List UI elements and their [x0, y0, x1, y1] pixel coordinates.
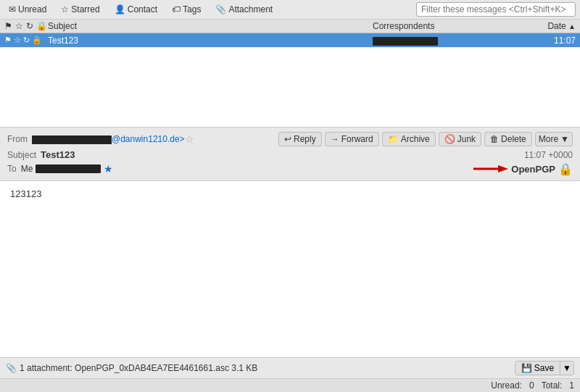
forward-icon: → [331, 134, 339, 144]
row-icons: ⚑ ☆ ↻ 🔒 [4, 36, 48, 45]
attachment-button[interactable]: 📎 Attachment [211, 3, 277, 16]
junk-icon: 🚫 [444, 134, 455, 144]
status-bar: Unread: 0 Total: 1 [0, 378, 580, 392]
pgp-status-icon: 🔒 [558, 162, 573, 176]
starred-label: Starred [71, 4, 99, 14]
unread-icon: ✉ [9, 4, 16, 14]
attachment-info: 1 attachment: OpenPGP_0xDAB4EA7EE4461661… [20, 363, 515, 373]
col-date-header[interactable]: Date ▲ [518, 21, 576, 31]
tags-icon: 🏷 [172, 4, 181, 14]
row-correspondents [373, 35, 518, 46]
starred-icon: ☆ [61, 4, 69, 14]
reply-button[interactable]: ↩ Reply [278, 132, 322, 146]
to-star-icon[interactable]: ★ [104, 163, 113, 175]
openpgp-label: OpenPGP [511, 164, 555, 175]
save-dropdown-button[interactable]: ▼ [560, 362, 573, 375]
to-name: Me [21, 164, 33, 174]
red-arrow-icon [472, 162, 508, 176]
contact-icon: 👤 [115, 4, 125, 14]
reply-icon: ↩ [284, 134, 291, 144]
save-button-group: 💾 Save ▼ [515, 361, 574, 375]
filter-input[interactable] [416, 2, 576, 17]
star-row-icon: ☆ [14, 36, 21, 45]
unread-button[interactable]: ✉ Unread [4, 3, 51, 16]
openpgp-area: OpenPGP 🔒 [472, 162, 573, 176]
message-list-header: ⚑ ☆ ↻ 🔒 Subject Correspondents Date ▲ [0, 20, 580, 33]
more-chevron-icon: ▼ [560, 134, 569, 144]
contact-button[interactable]: 👤 Contact [110, 3, 162, 16]
unread-status-label: Unread: [491, 380, 522, 391]
unread-count: 0 [529, 380, 534, 391]
to-label: To [7, 164, 17, 174]
unread-label: Unread [18, 4, 46, 14]
lock-row-icon: 🔒 [32, 36, 42, 45]
message-date: 11:07 +0000 [524, 150, 573, 160]
archive-button[interactable]: 📁 Archive [382, 132, 436, 146]
message-body: 123123 [0, 181, 580, 357]
subject-label: Subject [7, 150, 36, 160]
delete-button[interactable]: 🗑 Delete [484, 132, 532, 146]
total-status-label: Total: [542, 380, 563, 391]
message-header: From @danwin1210.de> ☆ ↩ Reply → Forward… [0, 128, 580, 181]
svg-marker-1 [498, 165, 508, 172]
junk-button[interactable]: 🚫 Junk [439, 132, 481, 146]
col-subject-header[interactable]: Subject [48, 21, 373, 31]
contact-label: Contact [128, 4, 157, 14]
col-icons-header: ⚑ ☆ ↻ 🔒 [4, 21, 48, 31]
from-domain-link[interactable]: @danwin1210.de> [112, 134, 185, 144]
message-list: ⚑ ☆ ↻ 🔒 Test123 11:07 [0, 33, 580, 128]
subject-text: Test123 [41, 149, 524, 160]
subject-row: Subject Test123 11:07 +0000 [7, 149, 573, 160]
col-correspondents-header[interactable]: Correspondents [373, 21, 518, 31]
redacted-to-address [36, 164, 101, 173]
total-count: 1 [569, 380, 574, 391]
from-address: @danwin1210.de> [32, 134, 185, 144]
tags-label: Tags [183, 4, 201, 14]
row-date: 11:07 [518, 36, 576, 46]
sort-arrow-icon: ▲ [568, 22, 576, 30]
table-row[interactable]: ⚑ ☆ ↻ 🔒 Test123 11:07 [0, 33, 580, 48]
flag-icon: ⚑ [4, 36, 12, 45]
from-label: From [7, 134, 28, 144]
to-row: To Me ★ OpenPGP 🔒 [7, 162, 573, 176]
attachment-label: Attachment [228, 4, 273, 14]
archive-icon: 📁 [388, 134, 399, 144]
message-pane: From @danwin1210.de> ☆ ↩ Reply → Forward… [0, 128, 580, 378]
message-actions: ↩ Reply → Forward 📁 Archive 🚫 Junk 🗑 [278, 132, 573, 146]
toolbar: ✉ Unread ☆ Starred 👤 Contact 🏷 Tags 📎 At… [0, 0, 580, 20]
forward-button[interactable]: → Forward [325, 132, 379, 146]
body-text: 123123 [10, 188, 41, 199]
attachment-count-icon: 📎 [6, 363, 17, 373]
attachment-bar: 📎 1 attachment: OpenPGP_0xDAB4EA7EE44616… [0, 357, 580, 378]
more-button[interactable]: More ▼ [535, 132, 573, 146]
tags-button[interactable]: 🏷 Tags [167, 3, 205, 16]
save-button[interactable]: 💾 Save [515, 362, 560, 375]
redacted-from-name [32, 135, 112, 144]
delete-icon: 🗑 [490, 134, 499, 144]
save-icon: 💾 [521, 363, 532, 373]
redacted-correspondent [373, 37, 438, 46]
from-row: From @danwin1210.de> ☆ ↩ Reply → Forward… [7, 132, 573, 146]
attachment-icon: 📎 [215, 4, 226, 14]
starred-button[interactable]: ☆ Starred [57, 3, 104, 16]
from-star-icon[interactable]: ☆ [185, 133, 194, 145]
row-subject: Test123 [48, 36, 373, 46]
save-chevron-icon: ▼ [563, 363, 571, 373]
refresh-row-icon: ↻ [23, 36, 30, 45]
